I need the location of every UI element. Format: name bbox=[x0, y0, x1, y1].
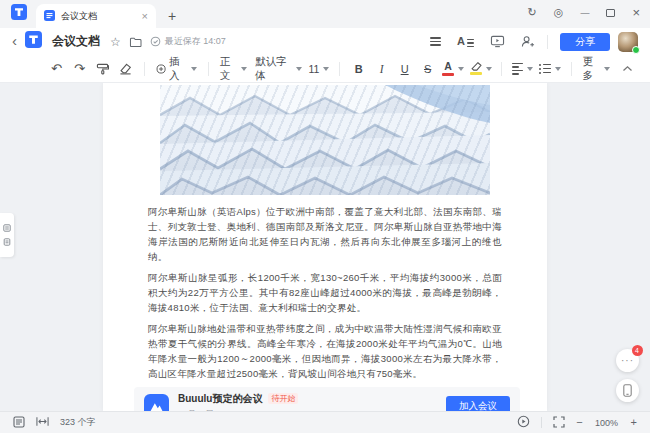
page-width-button[interactable] bbox=[36, 416, 49, 429]
zoom-out-button[interactable]: − bbox=[576, 417, 582, 428]
notification-badge: 4 bbox=[632, 345, 643, 356]
format-painter-button[interactable] bbox=[92, 59, 113, 79]
word-count: 323 个字 bbox=[60, 416, 96, 429]
caret-down-icon bbox=[604, 67, 610, 71]
new-tab-button[interactable]: + bbox=[168, 9, 176, 23]
paragraph[interactable]: 阿尔卑斯山脉（英语Alps）位于欧洲中南部，覆盖了意大利北部、法国东南部、瑞士、… bbox=[148, 204, 502, 264]
maximize-button[interactable] bbox=[606, 9, 615, 17]
join-meeting-button[interactable]: 加入会议 bbox=[446, 396, 510, 411]
refresh-icon[interactable]: ↻ bbox=[528, 6, 537, 19]
document-page: 阿尔卑斯山脉（英语Alps）位于欧洲中南部，覆盖了意大利北部、法国东南部、瑞士、… bbox=[103, 83, 547, 411]
chevron-up-icon bbox=[622, 65, 633, 72]
clear-format-button[interactable] bbox=[115, 59, 136, 79]
docs-logo-icon bbox=[25, 31, 42, 52]
list-button[interactable] bbox=[537, 59, 563, 79]
typography-icon[interactable]: A bbox=[457, 36, 474, 47]
menu-icon[interactable] bbox=[430, 37, 441, 46]
font-size-value: 11 bbox=[309, 63, 320, 75]
undo-button[interactable]: ↶ bbox=[46, 59, 67, 79]
present-icon[interactable] bbox=[490, 35, 505, 48]
insert-label: 插入 bbox=[169, 55, 187, 83]
meeting-status-badge: 待开始 bbox=[268, 393, 298, 405]
save-status: 最近保存 14:07 bbox=[150, 35, 226, 48]
align-button[interactable] bbox=[510, 59, 535, 79]
page-icon bbox=[3, 238, 11, 246]
italic-button[interactable]: I bbox=[371, 59, 392, 79]
window-titlebar: 会议文档 × + ↻ ◎ — × bbox=[0, 0, 650, 28]
caret-down-icon bbox=[323, 67, 329, 71]
font-size-select[interactable]: 11 bbox=[307, 59, 332, 79]
tab-title: 会议文档 bbox=[61, 10, 136, 23]
ellipsis-icon: ··· bbox=[621, 355, 634, 366]
meeting-card: Buuulu预定的会议 待开始 10月12日 14:30-15:00 601 9… bbox=[134, 387, 520, 411]
formatting-toolbar: ↶ ↷ 插入 正文 默认字体 11 B I U S A bbox=[0, 55, 650, 83]
app-logo-icon bbox=[11, 4, 27, 24]
mobile-view-button[interactable] bbox=[616, 379, 639, 402]
plus-circle-icon bbox=[156, 63, 166, 75]
save-status-text: 最近保存 14:07 bbox=[165, 35, 226, 48]
meeting-app-icon bbox=[144, 394, 169, 412]
clock-check-icon bbox=[150, 36, 161, 47]
tab-doc-icon bbox=[44, 7, 55, 25]
bold-button[interactable]: B bbox=[348, 59, 369, 79]
document-tab[interactable]: 会议文档 × bbox=[36, 4, 156, 28]
paragraph-style-value: 正文 bbox=[220, 55, 238, 83]
font-color-letter: A bbox=[444, 61, 452, 72]
share-button[interactable]: 分享 bbox=[560, 33, 610, 51]
caret-down-icon bbox=[527, 67, 533, 71]
font-color-button[interactable]: A bbox=[440, 59, 466, 79]
more-label: 更多 bbox=[582, 55, 600, 83]
zoom-level[interactable]: 100% bbox=[594, 418, 620, 428]
caret-down-icon bbox=[458, 67, 464, 71]
document-canvas: 阿尔卑斯山脉（英语Alps）位于欧洲中南部，覆盖了意大利北部、法国东南部、瑞士、… bbox=[0, 83, 650, 411]
underline-button[interactable]: U bbox=[394, 59, 415, 79]
collapse-toolbar-button[interactable] bbox=[617, 59, 638, 79]
caret-down-icon bbox=[296, 67, 302, 71]
font-family-value: 默认字体 bbox=[255, 55, 291, 83]
paragraph[interactable]: 阿尔卑斯山脉呈弧形，长1200千米，宽130~260千米，平均海拔约3000米，… bbox=[148, 270, 502, 315]
document-header: ‹ 会议文档 ☆ 最近保存 14:07 A 分享 bbox=[0, 28, 650, 55]
strikethrough-button[interactable]: S bbox=[417, 59, 438, 79]
redo-button[interactable]: ↷ bbox=[69, 59, 90, 79]
insert-button[interactable]: 插入 bbox=[153, 59, 200, 79]
status-bar: 323 个字 − 100% + bbox=[0, 411, 650, 433]
paragraph-style-select[interactable]: 正文 bbox=[217, 59, 251, 79]
back-icon[interactable]: ‹ bbox=[12, 33, 17, 48]
star-icon[interactable]: ☆ bbox=[110, 36, 121, 48]
zoom-in-button[interactable]: + bbox=[631, 417, 637, 428]
online-status-dot bbox=[632, 46, 640, 54]
locate-button[interactable] bbox=[517, 415, 530, 430]
caret-down-icon bbox=[555, 67, 561, 71]
font-family-select[interactable]: 默认字体 bbox=[252, 59, 304, 79]
alps-photo[interactable] bbox=[160, 85, 490, 195]
phone-icon bbox=[623, 384, 632, 397]
meeting-title: Buuulu预定的会议 bbox=[178, 392, 262, 406]
document-title: 会议文档 bbox=[52, 33, 100, 50]
caret-down-icon bbox=[241, 67, 247, 71]
tab-close-icon[interactable]: × bbox=[142, 11, 148, 22]
paragraph[interactable]: 阿尔卑斯山脉地处温带和亚热带纬度之间，成为中欧温带大陆性湿润气候和南欧亚热带夏干… bbox=[148, 321, 502, 381]
caret-down-icon bbox=[486, 67, 492, 71]
outline-icon bbox=[3, 224, 11, 232]
outline-panel-handle[interactable] bbox=[0, 213, 14, 257]
highlight-color-button[interactable] bbox=[468, 59, 494, 79]
avatar[interactable] bbox=[618, 32, 638, 52]
close-window-button[interactable]: × bbox=[632, 5, 640, 20]
more-tools-button[interactable]: ··· 4 bbox=[616, 349, 639, 372]
fit-screen-button[interactable] bbox=[553, 416, 565, 430]
caret-down-icon bbox=[191, 67, 197, 71]
outline-toggle-button[interactable] bbox=[13, 416, 25, 430]
more-button[interactable]: 更多 bbox=[579, 59, 613, 79]
add-collaborator-icon[interactable] bbox=[521, 35, 535, 48]
theme-icon[interactable]: ◎ bbox=[554, 6, 564, 19]
folder-icon[interactable] bbox=[129, 36, 142, 47]
highlighter-icon bbox=[470, 62, 482, 71]
minimize-button[interactable]: — bbox=[580, 8, 589, 18]
